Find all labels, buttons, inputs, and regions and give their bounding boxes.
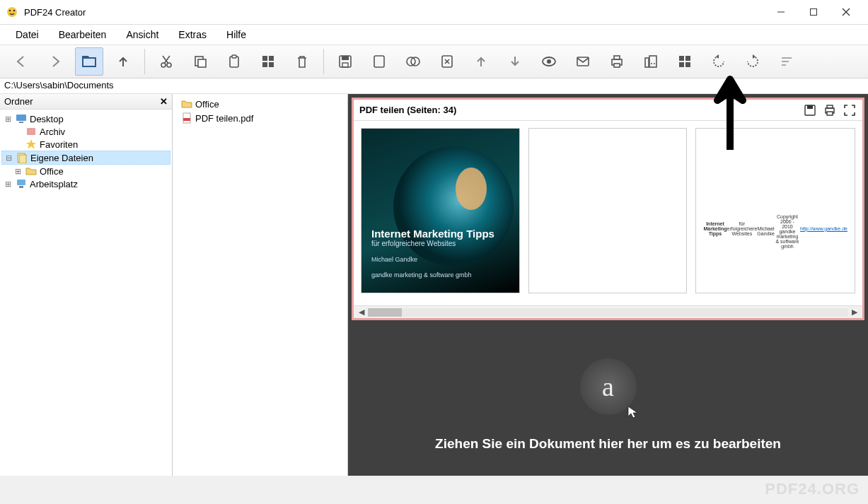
folder-pane-header: Ordner ✕ [0,94,172,110]
scroll-track[interactable] [368,308,848,317]
svg-rect-59 [827,112,833,115]
file-name: PDF teilen.pdf [195,113,253,124]
new-page-button[interactable] [365,47,393,76]
menu-help[interactable]: Hilfe [216,26,256,43]
separator [323,49,324,74]
page-thumb-3[interactable]: Internet Marketing Tipps für erfolgreich… [695,128,855,293]
print-button[interactable] [603,47,631,76]
file-item-folder[interactable]: Office [175,97,345,111]
menu-view[interactable]: Ansicht [116,26,168,43]
file-item-pdf[interactable]: PDF teilen.pdf [175,111,345,125]
svg-rect-47 [19,122,23,123]
rotate-right-button[interactable] [739,47,767,76]
svg-rect-52 [19,186,23,188]
path-bar[interactable]: C:\Users\sabin\Documents [0,78,868,94]
merge-button[interactable] [399,47,427,76]
tree-item-office[interactable]: ⊞ Office [1,165,170,177]
close-button[interactable] [830,0,862,25]
copy-button[interactable] [186,47,214,76]
remove-page-button[interactable] [433,47,461,76]
email-button[interactable] [569,47,597,76]
doc-print-button[interactable] [823,103,837,117]
expander-icon[interactable]: ⊞ [3,115,13,124]
svg-rect-4 [811,9,817,16]
preview-button[interactable] [535,47,563,76]
thumbnail-scrollbar[interactable]: ◀ ▶ [354,305,862,318]
cover-text: Internet Marketing Tipps für erfolgreich… [371,228,494,279]
folder-button[interactable] [75,47,103,76]
move-down-button[interactable] [501,47,529,76]
file-list-pane: Office PDF teilen.pdf [173,94,348,476]
tree-label: Eigene Dateien [30,153,93,163]
file-name: Office [195,99,219,110]
svg-rect-34 [614,64,620,67]
sort-button[interactable] [772,47,801,76]
archive-icon [25,126,37,137]
work-area[interactable]: PDF teilen (Seiten: 34) Internet Marketi… [348,94,868,476]
tree-item-eigene-dateien[interactable]: ⊟ Eigene Dateien [1,151,170,165]
doc-save-button[interactable] [803,103,817,117]
delete-button[interactable] [288,47,316,76]
meta-l1: Internet Marketing Tipps [703,221,727,236]
maximize-button[interactable] [797,0,830,25]
move-up-button[interactable] [467,47,495,76]
svg-rect-17 [269,56,274,61]
back-button[interactable] [7,47,35,76]
page-thumb-1[interactable]: Internet Marketing Tipps für erfolgreich… [361,128,520,293]
computer-icon [16,178,27,189]
fax-button[interactable] [637,47,665,76]
tree-item-archiv[interactable]: Archiv [1,125,170,138]
meta-l5: http://www.gandke.de [800,226,847,231]
svg-point-9 [167,63,171,67]
rotate-left-button[interactable] [705,47,733,76]
menu-file[interactable]: Datei [6,26,49,43]
svg-point-61 [456,168,487,210]
svg-rect-48 [27,128,35,135]
forward-button[interactable] [41,47,69,76]
minimize-button[interactable] [765,0,797,25]
svg-rect-22 [342,63,348,67]
scroll-right-icon[interactable]: ▶ [850,307,860,317]
svg-rect-33 [614,56,620,59]
svg-point-38 [654,63,655,64]
svg-rect-19 [269,62,274,67]
menu-edit[interactable]: Bearbeiten [49,26,117,43]
svg-rect-50 [19,155,26,163]
close-pane-icon[interactable]: ✕ [160,96,168,107]
menu-extras[interactable]: Extras [168,26,216,43]
expander-icon[interactable]: ⊟ [4,153,13,163]
grid-view-button[interactable] [254,47,282,76]
svg-rect-51 [17,180,25,185]
doc-fullscreen-button[interactable] [843,103,857,117]
star-icon [25,139,37,150]
drop-logo-icon: a [580,358,637,415]
tiles-button[interactable] [671,47,699,76]
scroll-left-icon[interactable]: ◀ [357,307,366,317]
scroll-thumb[interactable] [368,308,402,317]
paste-button[interactable] [220,47,248,76]
page-thumb-2[interactable] [528,128,688,293]
svg-rect-23 [374,56,384,67]
tree-item-arbeitsplatz[interactable]: ⊞ Arbeitsplatz [1,177,170,190]
cover-company: gandke marketing & software gmbh [371,271,494,279]
svg-rect-21 [342,56,349,60]
document-card: PDF teilen (Seiten: 34) Internet Marketi… [352,98,864,320]
drop-zone[interactable]: a Ziehen Sie ein Dokument hier her um es… [348,334,868,476]
tree-item-favoriten[interactable]: Favoriten [1,138,170,151]
folder-pane-title: Ordner [4,96,33,107]
expander-icon[interactable]: ⊞ [3,180,13,189]
svg-point-1 [9,10,11,12]
svg-point-37 [651,63,652,64]
document-header: PDF teilen (Seiten: 34) [354,100,862,121]
folder-icon [181,98,192,110]
save-button[interactable] [331,47,359,76]
tree-item-desktop[interactable]: ⊞ Desktop [1,112,170,125]
svg-rect-13 [198,59,206,67]
svg-rect-56 [807,105,813,109]
svg-rect-15 [232,55,236,58]
cover-author: Michael Gandke [371,256,494,263]
cut-button[interactable] [152,47,180,76]
expander-icon[interactable]: ⊞ [13,167,23,176]
svg-rect-54 [183,118,190,121]
up-button[interactable] [109,47,137,76]
